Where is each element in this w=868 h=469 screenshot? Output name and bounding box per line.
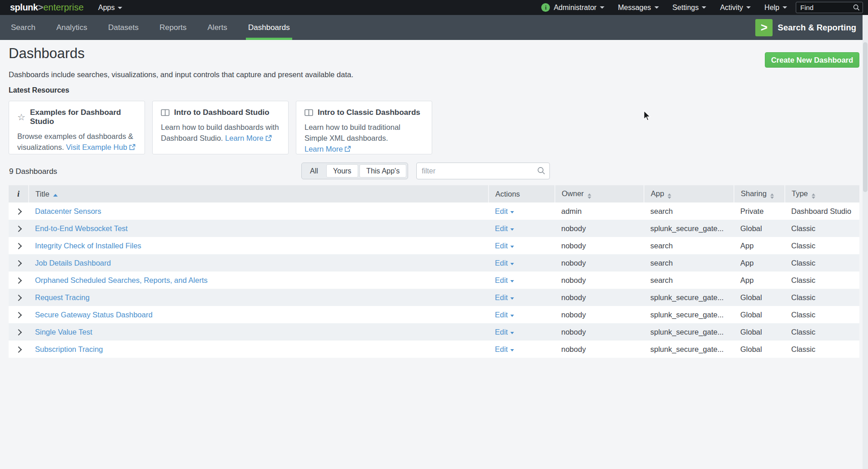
visit-example-hub-link[interactable]: Visit Example Hub: [66, 143, 135, 151]
chevron-down-icon: [510, 211, 514, 213]
edit-actions-dropdown[interactable]: Edit: [495, 276, 514, 284]
messages-menu[interactable]: Messages: [618, 4, 659, 12]
filter-yours-button[interactable]: Yours: [326, 164, 358, 178]
card-intro-to-dashboard-studio: Intro to Dashboard Studio Learn how to b…: [152, 101, 289, 154]
app-cell: splunk_secure_gate...: [644, 323, 734, 341]
tab-reports[interactable]: Reports: [159, 15, 188, 40]
app-tabs: Search Analytics Datasets Reports Alerts…: [10, 15, 291, 40]
owner-cell: nobody: [555, 254, 644, 272]
card-body-text: Learn how to build traditional Simple XM…: [304, 123, 400, 142]
owner-cell: nobody: [555, 237, 644, 254]
filter-all-button[interactable]: All: [303, 164, 325, 178]
dashboard-row: Integrity Check of Installed Files Edit …: [9, 237, 859, 254]
column-header-actions[interactable]: Actions: [489, 185, 555, 202]
dashboard-title-link[interactable]: Orphaned Scheduled Searches, Reports, an…: [35, 276, 208, 284]
dashboard-title-link[interactable]: Secure Gateway Status Dashboard: [35, 311, 153, 319]
expand-row-icon[interactable]: [15, 329, 22, 335]
dashboard-row: Subscription Tracing Edit nobody splunk_…: [9, 341, 859, 358]
type-cell: Classic: [785, 289, 859, 306]
create-new-dashboard-button[interactable]: Create New Dashboard: [765, 52, 859, 68]
search-icon: [537, 167, 545, 175]
dashboard-title-link[interactable]: Single Value Test: [35, 328, 92, 336]
owner-cell: nobody: [555, 341, 644, 358]
latest-resources-heading: Latest Resources: [9, 86, 69, 94]
chevron-down-icon: [118, 7, 122, 9]
latest-resources-cards: ☆ Examples for Dashboard Studio Browse e…: [9, 101, 432, 154]
type-cell: Classic: [785, 341, 859, 358]
settings-menu[interactable]: Settings: [673, 4, 707, 12]
owner-cell: nobody: [555, 289, 644, 306]
table-header-row: i Title Actions Owner App Sharing Type: [9, 185, 859, 202]
dashboard-title-link[interactable]: Request Tracing: [35, 293, 90, 301]
card-title-text: Intro to Dashboard Studio: [174, 108, 269, 117]
edit-actions-dropdown[interactable]: Edit: [495, 207, 514, 215]
administrator-menu[interactable]: i Administrator: [541, 3, 604, 12]
chevron-down-icon: [746, 6, 751, 9]
expand-row-icon[interactable]: [15, 311, 22, 318]
book-icon: [304, 109, 313, 116]
expand-row-icon[interactable]: [15, 260, 22, 266]
find-search-box: [796, 2, 863, 13]
tab-analytics[interactable]: Analytics: [55, 15, 88, 40]
learn-more-classic-dashboards-link[interactable]: Learn More: [304, 145, 351, 153]
dashboards-count: 9 Dashboards: [9, 167, 57, 176]
edit-actions-dropdown[interactable]: Edit: [495, 242, 514, 250]
dashboard-title-link[interactable]: Job Details Dashboard: [35, 259, 111, 267]
column-header-sharing[interactable]: Sharing: [734, 185, 785, 202]
book-icon: [161, 109, 170, 116]
logo-brand: splunk: [10, 2, 38, 12]
vertical-scrollbar[interactable]: [863, 15, 868, 469]
app-switcher[interactable]: > Search & Reporting: [755, 15, 856, 40]
filter-this-apps-button[interactable]: This App's: [359, 164, 406, 178]
expand-row-icon[interactable]: [15, 208, 22, 214]
card-examples-for-dashboard-studio: ☆ Examples for Dashboard Studio Browse e…: [9, 101, 145, 154]
dashboard-title-link[interactable]: Datacenter Sensors: [35, 207, 101, 215]
dashboard-title-link[interactable]: Subscription Tracing: [35, 345, 103, 353]
edit-actions-dropdown[interactable]: Edit: [495, 259, 514, 267]
expand-row-icon[interactable]: [15, 346, 22, 352]
splunk-logo[interactable]: splunk>enterprise: [10, 0, 84, 15]
column-header-title[interactable]: Title: [29, 185, 489, 202]
tab-alerts[interactable]: Alerts: [207, 15, 228, 40]
expand-row-icon[interactable]: [15, 294, 22, 301]
tab-datasets[interactable]: Datasets: [107, 15, 140, 40]
edit-actions-dropdown[interactable]: Edit: [495, 311, 514, 319]
app-cell: search: [644, 202, 734, 220]
expand-row-icon[interactable]: [15, 277, 22, 283]
chevron-down-icon: [654, 6, 659, 9]
tab-dashboards[interactable]: Dashboards: [247, 15, 291, 40]
chevron-down-icon: [510, 246, 514, 248]
app-cell: splunk_secure_gate...: [644, 341, 734, 358]
scrollbar-thumb[interactable]: [863, 42, 868, 192]
tab-search[interactable]: Search: [10, 15, 36, 40]
learn-more-dashboard-studio-link[interactable]: Learn More: [225, 134, 271, 142]
column-header-owner[interactable]: Owner: [555, 185, 644, 202]
filter-input[interactable]: [416, 163, 550, 179]
expand-row-icon[interactable]: [15, 225, 22, 232]
column-header-app[interactable]: App: [644, 185, 734, 202]
sort-icon: [668, 193, 671, 199]
edit-actions-dropdown[interactable]: Edit: [495, 293, 514, 301]
help-menu[interactable]: Help: [764, 4, 787, 12]
ownership-filter-group: All Yours This App's: [301, 163, 408, 179]
dashboard-title-link[interactable]: End-to-End Websocket Test: [35, 224, 128, 232]
app-navigation-bar: Search Analytics Datasets Reports Alerts…: [0, 15, 868, 40]
sharing-cell: Global: [734, 323, 785, 341]
sort-ascending-icon: [53, 194, 58, 197]
apps-menu[interactable]: Apps: [98, 0, 122, 15]
topbar-right-menus: i Administrator Messages Settings Activi…: [541, 0, 787, 15]
sort-icon: [770, 193, 774, 199]
dashboard-row: Secure Gateway Status Dashboard Edit nob…: [9, 306, 859, 323]
expand-row-icon[interactable]: [15, 242, 22, 249]
dashboard-title-link[interactable]: Integrity Check of Installed Files: [35, 242, 141, 250]
activity-menu[interactable]: Activity: [720, 4, 751, 12]
column-header-info[interactable]: i: [9, 185, 29, 202]
edit-actions-dropdown[interactable]: Edit: [495, 224, 514, 232]
owner-cell: nobody: [555, 306, 644, 323]
app-cell: search: [644, 272, 734, 289]
edit-actions-dropdown[interactable]: Edit: [495, 345, 514, 353]
edit-actions-dropdown[interactable]: Edit: [495, 328, 514, 336]
column-header-type[interactable]: Type: [785, 185, 859, 202]
external-link-icon: [129, 144, 135, 150]
card-title-text: Intro to Classic Dashboards: [318, 108, 420, 117]
